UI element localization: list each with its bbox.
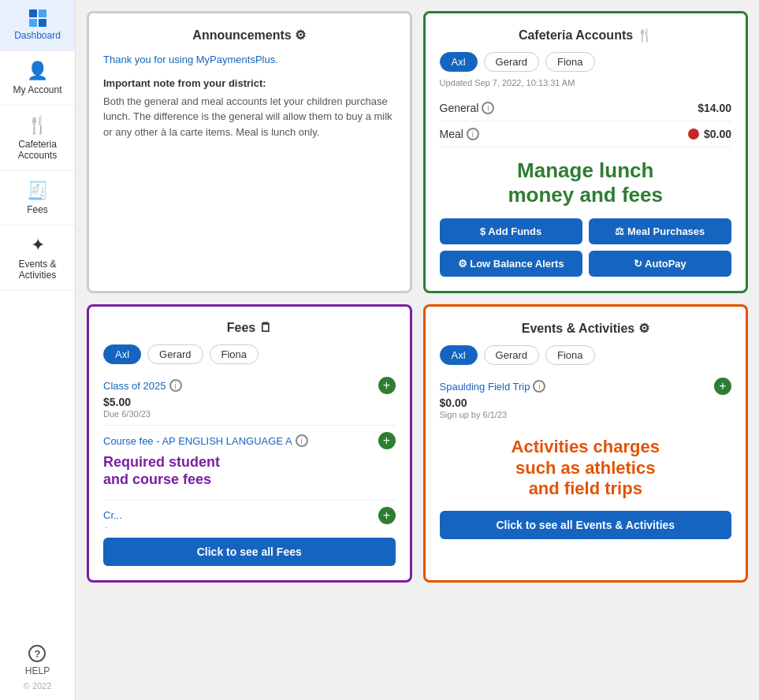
sidebar-footer: ? HELP © 2022 [20,635,55,700]
cafeteria-title: Cafeteria Accounts 🍴 [440,28,732,43]
fee2-add-button[interactable]: + [378,432,396,449]
sidebar-item-cafeteria-accounts[interactable]: 🍴 Cafeteria Accounts [0,106,75,171]
meal-purchases-button[interactable]: ⚖ Meal Purchases [589,218,731,244]
events-tabs: Axl Gerard Fiona [440,345,732,365]
help-icon[interactable]: ? [28,645,46,662]
fee3-add-button[interactable]: + [378,507,396,524]
help-label: HELP [25,665,50,676]
fee1-amount: $5.00 [103,396,396,408]
fees-card: Fees 🗒 Axl Gerard Fiona Class of 2025 i … [87,304,412,583]
thank-you-text: Thank you for using MyPaymentsPlus. [103,52,396,68]
event-link-1[interactable]: Spaulding Field Trip i [440,380,546,393]
announcement-section-thankyou: Thank you for using MyPaymentsPlus. [103,52,396,68]
fee-list: Class of 2025 i + $5.00 Due 6/30/23 Cour… [103,370,396,528]
fee-link-1[interactable]: Class of 2025 i [103,379,182,392]
note-body: Both the general and meal accounts let y… [103,94,396,140]
general-label: General [440,102,479,114]
events-promo: Activities charges such as athletics and… [440,437,732,499]
autopay-button[interactable]: ↻ AutoPay [589,251,731,277]
general-amount: $14.00 [698,102,731,114]
fee-link-3[interactable]: Cr... [103,509,122,521]
fee3-amount: $12... [103,526,396,529]
sidebar-item-my-account[interactable]: 👤 My Account [0,51,75,106]
see-all-fees-button[interactable]: Click to see all Fees [103,538,396,566]
fees-tab-gerard[interactable]: Gerard [147,344,203,364]
sidebar-label-my-account: My Account [13,84,61,95]
fee1-due: Due 6/30/23 [103,409,396,419]
see-all-events-button[interactable]: Click to see all Events & Activities [440,511,732,539]
fees-promo: Required student and course fees [103,454,396,488]
events-card: Events & Activities ⚙ Axl Gerard Fiona S… [423,304,749,583]
event1-date: Sign up by 6/1/23 [440,410,732,419]
events-tab-axl[interactable]: Axl [440,345,478,365]
add-funds-button[interactable]: $ Add Funds [440,218,582,244]
sidebar-item-events[interactable]: ✦ Events & Activities [0,225,75,291]
cafeteria-tab-fiona[interactable]: Fiona [545,52,595,72]
fee-item-2: Course fee - AP ENGLISH LANGUAGE A i + R… [103,426,396,500]
announcements-card: Announcements ⚙ Thank you for using MyPa… [87,11,412,293]
main-content: Announcements ⚙ Thank you for using MyPa… [76,0,759,700]
meal-label: Meal [440,128,463,140]
event1-add-button[interactable]: + [714,378,731,395]
event-item-1: Spaulding Field Trip i + $0.00 Sign up b… [440,371,732,426]
sidebar-item-fees[interactable]: 🧾 Fees [0,171,75,225]
fees-tab-fiona[interactable]: Fiona [210,344,259,364]
sidebar-label-cafeteria: Cafeteria Accounts [3,139,72,161]
sidebar-label-dashboard: Dashboard [14,30,61,41]
fork-icon: 🍴 [27,115,48,136]
cafeteria-tab-gerard[interactable]: Gerard [484,52,539,72]
meal-info-icon[interactable]: i [467,128,479,140]
top-row: Announcements ⚙ Thank you for using MyPa… [87,11,748,293]
meal-alert-dot [688,128,699,140]
fee2-info-icon[interactable]: i [296,434,308,447]
receipt-icon: 🧾 [27,181,48,201]
cafeteria-action-buttons: $ Add Funds ⚖ Meal Purchases ⚙ Low Balan… [440,218,732,277]
cafeteria-card: Cafeteria Accounts 🍴 Axl Gerard Fiona Up… [423,11,749,293]
sidebar-label-events: Events & Activities [3,259,72,281]
events-tab-fiona[interactable]: Fiona [545,345,595,365]
event1-amount: $0.00 [440,397,732,409]
fees-tabs: Axl Gerard Fiona [103,344,396,364]
cafeteria-tabs: Axl Gerard Fiona [440,52,732,72]
general-balance-row: General i $14.00 [440,95,732,121]
sidebar-item-dashboard[interactable]: Dashboard [0,0,75,51]
event1-info-icon[interactable]: i [533,380,545,393]
cafeteria-updated: Updated Sep 7, 2022, 10:13:31 AM [440,78,732,88]
star-icon: ✦ [31,235,45,255]
meal-balance-row: Meal i $0.00 [440,121,732,147]
general-info-icon[interactable]: i [482,102,494,114]
copyright: © 2022 [24,681,52,691]
sidebar: Dashboard 👤 My Account 🍴 Cafeteria Accou… [0,0,76,700]
fee1-info-icon[interactable]: i [169,379,182,392]
low-balance-alerts-button[interactable]: ⚙ Low Balance Alerts [440,251,582,277]
meal-amount: $0.00 [688,128,731,140]
cafeteria-promo: Manage lunch money and fees [440,158,732,207]
fee1-add-button[interactable]: + [378,377,396,394]
fee-item-1: Class of 2025 i + $5.00 Due 6/30/23 [103,370,396,426]
bottom-row: Fees 🗒 Axl Gerard Fiona Class of 2025 i … [87,304,748,583]
cafeteria-tab-axl[interactable]: Axl [440,52,478,72]
announcements-title: Announcements ⚙ [103,28,396,43]
note-title: Important note from your district: [103,77,396,89]
announcement-section-note: Important note from your district: Both … [103,77,396,140]
fees-title: Fees 🗒 [103,321,396,335]
events-title: Events & Activities ⚙ [440,321,732,336]
person-icon: 👤 [27,61,48,81]
fee-link-2[interactable]: Course fee - AP ENGLISH LANGUAGE A i [103,434,308,447]
fee-item-3: Cr... + $12... Due 6/30/23 [103,501,396,529]
fees-tab-axl[interactable]: Axl [103,344,141,364]
sidebar-label-fees: Fees [27,204,48,215]
events-tab-gerard[interactable]: Gerard [484,345,539,365]
